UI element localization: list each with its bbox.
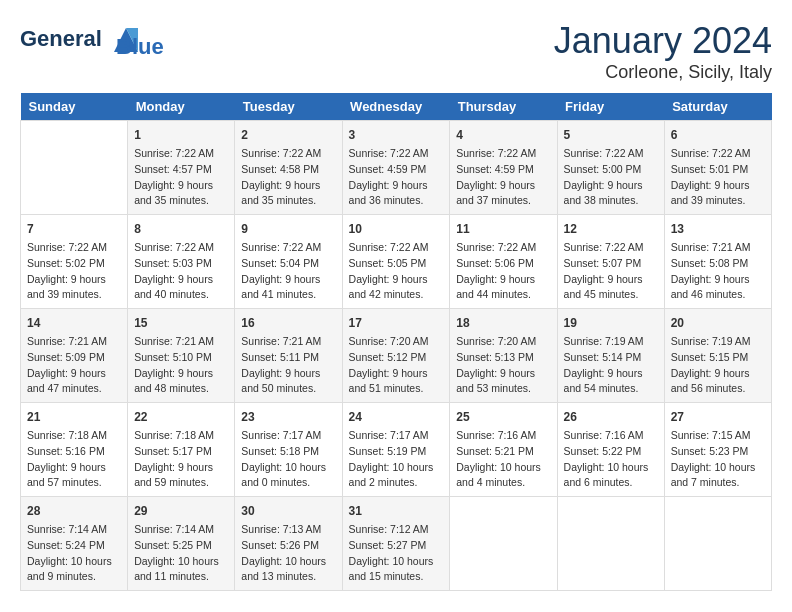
calendar-cell: 3Sunrise: 7:22 AMSunset: 4:59 PMDaylight… bbox=[342, 121, 450, 215]
day-info: and 39 minutes. bbox=[671, 193, 765, 209]
day-info: Sunset: 5:05 PM bbox=[349, 256, 444, 272]
day-info: Sunrise: 7:22 AM bbox=[564, 146, 658, 162]
day-info: Sunrise: 7:21 AM bbox=[27, 334, 121, 350]
day-number: 14 bbox=[27, 314, 121, 332]
day-info: Sunset: 5:25 PM bbox=[134, 538, 228, 554]
calendar-cell: 15Sunrise: 7:21 AMSunset: 5:10 PMDayligh… bbox=[128, 309, 235, 403]
day-info: and 40 minutes. bbox=[134, 287, 228, 303]
day-number: 13 bbox=[671, 220, 765, 238]
day-info: Sunrise: 7:22 AM bbox=[241, 240, 335, 256]
day-number: 8 bbox=[134, 220, 228, 238]
month-title: January 2024 bbox=[554, 20, 772, 62]
day-info: Daylight: 10 hours bbox=[564, 460, 658, 476]
day-info: Sunrise: 7:22 AM bbox=[27, 240, 121, 256]
calendar-cell: 30Sunrise: 7:13 AMSunset: 5:26 PMDayligh… bbox=[235, 497, 342, 591]
weekday-header-wednesday: Wednesday bbox=[342, 93, 450, 121]
day-info: Sunset: 4:59 PM bbox=[456, 162, 550, 178]
day-info: and 37 minutes. bbox=[456, 193, 550, 209]
calendar-cell: 19Sunrise: 7:19 AMSunset: 5:14 PMDayligh… bbox=[557, 309, 664, 403]
day-number: 16 bbox=[241, 314, 335, 332]
weekday-header-sunday: Sunday bbox=[21, 93, 128, 121]
calendar-cell: 11Sunrise: 7:22 AMSunset: 5:06 PMDayligh… bbox=[450, 215, 557, 309]
day-info: Daylight: 10 hours bbox=[27, 554, 121, 570]
day-info: Daylight: 9 hours bbox=[456, 272, 550, 288]
day-info: Sunset: 5:10 PM bbox=[134, 350, 228, 366]
calendar-week-4: 21Sunrise: 7:18 AMSunset: 5:16 PMDayligh… bbox=[21, 403, 772, 497]
calendar-cell: 20Sunrise: 7:19 AMSunset: 5:15 PMDayligh… bbox=[664, 309, 771, 403]
day-info: and 11 minutes. bbox=[134, 569, 228, 585]
day-info: and 44 minutes. bbox=[456, 287, 550, 303]
day-info: Daylight: 10 hours bbox=[671, 460, 765, 476]
day-info: Sunrise: 7:22 AM bbox=[134, 240, 228, 256]
calendar-cell bbox=[557, 497, 664, 591]
day-number: 22 bbox=[134, 408, 228, 426]
day-info: Sunset: 5:26 PM bbox=[241, 538, 335, 554]
calendar-cell: 7Sunrise: 7:22 AMSunset: 5:02 PMDaylight… bbox=[21, 215, 128, 309]
day-info: Daylight: 9 hours bbox=[456, 178, 550, 194]
day-info: Sunrise: 7:20 AM bbox=[456, 334, 550, 350]
calendar-table: SundayMondayTuesdayWednesdayThursdayFrid… bbox=[20, 93, 772, 591]
calendar-cell: 26Sunrise: 7:16 AMSunset: 5:22 PMDayligh… bbox=[557, 403, 664, 497]
day-info: Daylight: 9 hours bbox=[134, 178, 228, 194]
day-info: Sunrise: 7:15 AM bbox=[671, 428, 765, 444]
day-info: Daylight: 9 hours bbox=[671, 178, 765, 194]
day-info: and 53 minutes. bbox=[456, 381, 550, 397]
day-info: Daylight: 9 hours bbox=[671, 366, 765, 382]
day-number: 18 bbox=[456, 314, 550, 332]
title-block: January 2024 Corleone, Sicily, Italy bbox=[554, 20, 772, 83]
day-info: and 57 minutes. bbox=[27, 475, 121, 491]
day-number: 24 bbox=[349, 408, 444, 426]
day-info: Sunrise: 7:20 AM bbox=[349, 334, 444, 350]
calendar-cell: 22Sunrise: 7:18 AMSunset: 5:17 PMDayligh… bbox=[128, 403, 235, 497]
day-info: and 48 minutes. bbox=[134, 381, 228, 397]
day-info: and 50 minutes. bbox=[241, 381, 335, 397]
day-info: Sunset: 5:00 PM bbox=[564, 162, 658, 178]
day-info: and 2 minutes. bbox=[349, 475, 444, 491]
calendar-cell: 29Sunrise: 7:14 AMSunset: 5:25 PMDayligh… bbox=[128, 497, 235, 591]
day-info: Daylight: 9 hours bbox=[27, 460, 121, 476]
calendar-week-3: 14Sunrise: 7:21 AMSunset: 5:09 PMDayligh… bbox=[21, 309, 772, 403]
day-info: and 39 minutes. bbox=[27, 287, 121, 303]
day-info: and 56 minutes. bbox=[671, 381, 765, 397]
day-info: Sunrise: 7:14 AM bbox=[134, 522, 228, 538]
day-number: 26 bbox=[564, 408, 658, 426]
day-info: Daylight: 9 hours bbox=[349, 366, 444, 382]
day-number: 7 bbox=[27, 220, 121, 238]
calendar-cell bbox=[664, 497, 771, 591]
calendar-cell: 21Sunrise: 7:18 AMSunset: 5:16 PMDayligh… bbox=[21, 403, 128, 497]
day-info: Daylight: 9 hours bbox=[27, 366, 121, 382]
day-info: Sunrise: 7:16 AM bbox=[456, 428, 550, 444]
day-number: 19 bbox=[564, 314, 658, 332]
day-info: Sunrise: 7:22 AM bbox=[456, 146, 550, 162]
day-info: and 35 minutes. bbox=[241, 193, 335, 209]
day-number: 15 bbox=[134, 314, 228, 332]
calendar-cell: 18Sunrise: 7:20 AMSunset: 5:13 PMDayligh… bbox=[450, 309, 557, 403]
logo: General Blue bbox=[20, 20, 164, 60]
day-info: Sunset: 5:27 PM bbox=[349, 538, 444, 554]
day-info: Sunset: 5:19 PM bbox=[349, 444, 444, 460]
day-info: and 45 minutes. bbox=[564, 287, 658, 303]
day-info: Sunrise: 7:22 AM bbox=[564, 240, 658, 256]
weekday-header-saturday: Saturday bbox=[664, 93, 771, 121]
day-info: Sunrise: 7:22 AM bbox=[456, 240, 550, 256]
day-info: Sunrise: 7:12 AM bbox=[349, 522, 444, 538]
calendar-cell: 4Sunrise: 7:22 AMSunset: 4:59 PMDaylight… bbox=[450, 121, 557, 215]
day-info: Sunset: 5:11 PM bbox=[241, 350, 335, 366]
calendar-cell: 24Sunrise: 7:17 AMSunset: 5:19 PMDayligh… bbox=[342, 403, 450, 497]
day-info: Sunset: 5:08 PM bbox=[671, 256, 765, 272]
day-info: and 41 minutes. bbox=[241, 287, 335, 303]
day-info: Sunrise: 7:22 AM bbox=[241, 146, 335, 162]
day-info: Sunrise: 7:22 AM bbox=[671, 146, 765, 162]
day-info: Sunrise: 7:18 AM bbox=[134, 428, 228, 444]
day-info: Sunrise: 7:16 AM bbox=[564, 428, 658, 444]
day-info: Daylight: 10 hours bbox=[241, 554, 335, 570]
day-info: Daylight: 9 hours bbox=[134, 272, 228, 288]
weekday-header-thursday: Thursday bbox=[450, 93, 557, 121]
location-title: Corleone, Sicily, Italy bbox=[554, 62, 772, 83]
day-info: Sunset: 5:21 PM bbox=[456, 444, 550, 460]
day-info: Sunset: 5:03 PM bbox=[134, 256, 228, 272]
day-number: 1 bbox=[134, 126, 228, 144]
day-number: 10 bbox=[349, 220, 444, 238]
day-info: Sunset: 5:15 PM bbox=[671, 350, 765, 366]
day-info: Daylight: 9 hours bbox=[241, 366, 335, 382]
